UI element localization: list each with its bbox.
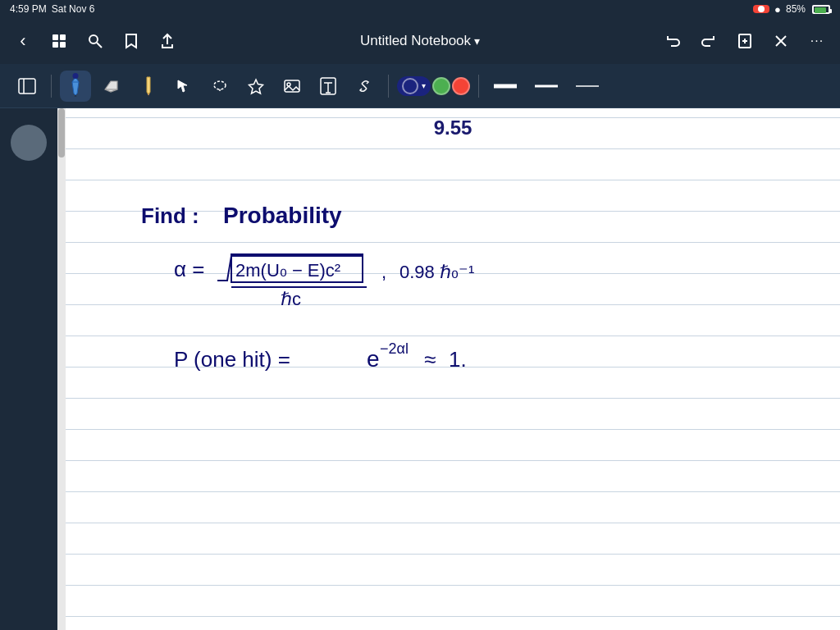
svg-point-4 (89, 35, 98, 43)
select-button[interactable] (168, 71, 199, 102)
svg-text:1.: 1. (449, 347, 467, 372)
svg-rect-0 (52, 34, 58, 40)
notebook-page[interactable]: 9.55 Find : Probability α = 2m(U₀ − E)c²… (66, 108, 840, 630)
status-right: ● 85% (753, 3, 830, 16)
color-picker-group: ▾ (397, 76, 470, 96)
battery-display: 85% (786, 3, 806, 15)
search-icon (87, 33, 103, 49)
sidebar-circle-button[interactable] (11, 125, 47, 161)
bookmark-button[interactable] (116, 26, 146, 56)
close-button[interactable] (766, 26, 796, 56)
search-button[interactable] (80, 26, 110, 56)
pen-tip-indicator (73, 73, 79, 79)
active-color-swatch (402, 78, 418, 94)
pen-button[interactable] (60, 71, 91, 102)
svg-text:ℏc: ℏc (281, 289, 301, 309)
title-area: Untitled Notebook ▾ (360, 33, 480, 49)
svg-text:0.98 ℏ₀⁻¹: 0.98 ℏ₀⁻¹ (399, 262, 474, 282)
stroke-thin-icon (576, 84, 599, 88)
stroke-medium-icon (535, 84, 558, 89)
svg-line-5 (97, 43, 102, 48)
status-bar: 4:59 PM Sat Nov 6 ● 85% (0, 0, 840, 18)
add-page-button[interactable] (730, 26, 760, 56)
stroke-thick-icon (494, 83, 517, 89)
sidebar-handle (0, 108, 57, 630)
pencil-button[interactable] (132, 71, 163, 102)
grid-button[interactable] (44, 26, 74, 56)
sidebar-toggle-button[interactable] (11, 71, 43, 102)
separator-2 (388, 75, 389, 98)
svg-text:Probability: Probability (223, 203, 342, 228)
notebook-title: Untitled Notebook (360, 33, 471, 49)
stroke-thick-button[interactable] (487, 80, 523, 93)
time-display: 4:59 PM (10, 3, 47, 15)
red-color-swatch[interactable] (452, 77, 470, 95)
svg-rect-1 (60, 34, 66, 40)
svg-rect-3 (60, 42, 66, 48)
separator-3 (478, 75, 479, 98)
svg-text:Find :: Find : (141, 203, 199, 228)
svg-text:≈: ≈ (424, 347, 436, 372)
sidebar-icon (18, 78, 36, 94)
notebook-handwriting: 9.55 Find : Probability α = 2m(U₀ − E)c²… (66, 108, 840, 630)
active-color-picker[interactable]: ▾ (397, 76, 431, 96)
content-area: 9.55 Find : Probability α = 2m(U₀ − E)c²… (0, 108, 840, 630)
record-indicator (753, 5, 769, 13)
link-icon (355, 77, 373, 95)
svg-rect-2 (52, 42, 58, 48)
link-button[interactable] (349, 71, 380, 102)
tools-bar: ▾ (0, 64, 840, 108)
svg-text:2m(U₀ − E)c²: 2m(U₀ − E)c² (235, 260, 340, 281)
title-chevron[interactable]: ▾ (474, 34, 480, 48)
svg-text:,: , (381, 262, 386, 282)
share-icon (160, 33, 175, 49)
image-button[interactable] (276, 71, 308, 102)
add-page-icon (737, 33, 753, 49)
share-button[interactable] (153, 26, 182, 56)
image-icon (283, 78, 301, 94)
back-button[interactable]: ‹ (8, 26, 38, 56)
lasso-icon (211, 77, 229, 95)
lasso-button[interactable] (204, 71, 235, 102)
undo-button[interactable] (658, 26, 687, 56)
main-toolbar: ‹ Untitled Notebook (0, 18, 840, 64)
battery-icon (812, 5, 830, 14)
stroke-medium-button[interactable] (528, 80, 564, 92)
select-icon (175, 77, 193, 95)
wifi-icon: ● (774, 3, 781, 16)
text-icon (320, 77, 336, 95)
stroke-thin-button[interactable] (569, 81, 605, 91)
redo-icon (701, 33, 717, 49)
star-icon (247, 77, 265, 95)
record-icon (758, 6, 765, 12)
svg-line-23 (362, 84, 367, 89)
date-display: Sat Nov 6 (52, 3, 95, 15)
green-color-swatch[interactable] (432, 77, 450, 95)
svg-text:P (one hit) =: P (one hit) = (174, 347, 290, 372)
color-chevron: ▾ (422, 81, 426, 90)
scrollbar[interactable] (57, 108, 66, 630)
eraser-icon (103, 77, 121, 95)
svg-rect-11 (19, 79, 35, 94)
svg-marker-16 (249, 80, 263, 94)
svg-text:−2αl: −2αl (380, 340, 409, 357)
status-left: 4:59 PM Sat Nov 6 (10, 3, 94, 15)
svg-text:e: e (367, 346, 380, 372)
svg-point-15 (214, 81, 226, 89)
undo-icon (664, 33, 681, 49)
eraser-button[interactable] (96, 71, 127, 102)
redo-button[interactable] (694, 26, 724, 56)
text-button[interactable] (313, 71, 344, 102)
bookmark-icon (124, 33, 139, 49)
more-button[interactable]: ··· (802, 26, 832, 56)
scrollbar-thumb[interactable] (58, 108, 65, 158)
separator-1 (51, 75, 52, 98)
star-button[interactable] (240, 71, 272, 102)
close-icon (774, 34, 788, 48)
pencil-icon (139, 75, 156, 97)
grid-icon (51, 33, 67, 49)
svg-text:9.55: 9.55 (434, 116, 472, 139)
svg-text:α =: α = (174, 257, 204, 281)
